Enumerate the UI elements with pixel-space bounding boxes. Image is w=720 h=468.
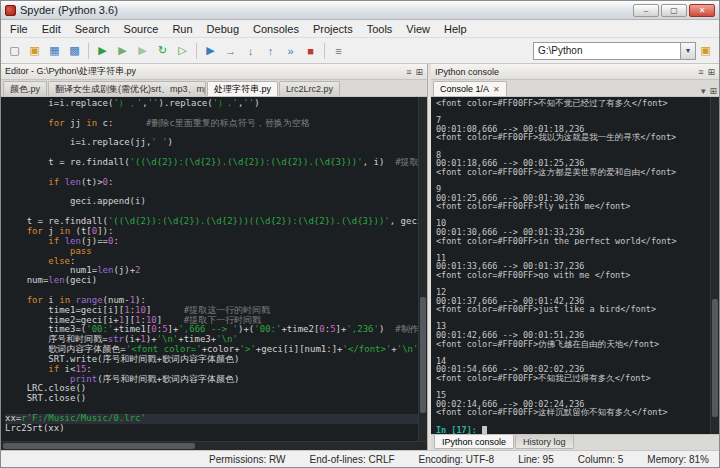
console-options-icon[interactable]: ≡ bbox=[698, 67, 703, 77]
toolbar-separator bbox=[88, 43, 89, 59]
code-area[interactable]: i=i.replace('），','').replace('）.','') fo… bbox=[1, 97, 418, 441]
pane-options-icon[interactable]: ≡ bbox=[406, 67, 411, 77]
step-over-icon[interactable]: → bbox=[221, 41, 240, 60]
menu-projects[interactable]: Projects bbox=[306, 21, 360, 37]
bottom-tab-ipython-console[interactable]: IPython console bbox=[434, 435, 514, 449]
combo-dropdown-icon[interactable]: ▾ bbox=[681, 42, 696, 60]
menu-debug[interactable]: Debug bbox=[200, 21, 246, 37]
editor-horizontal-scrollbar[interactable] bbox=[1, 441, 427, 450]
console-vscroll-thumb[interactable] bbox=[712, 299, 718, 417]
status-memory: Memory: 81% bbox=[647, 454, 709, 465]
menu-consoles[interactable]: Consoles bbox=[246, 21, 306, 37]
toolbar: ▢▣▦▩▶▶▶↻▷▶→↓↑»■≡ G:\Python ▾ ▣ bbox=[1, 38, 719, 64]
maximize-button[interactable]: ▢ bbox=[661, 4, 687, 17]
save-all-icon[interactable]: ▩ bbox=[65, 41, 84, 60]
console-pane-header[interactable]: IPython console ≡ ⊞ bbox=[431, 64, 719, 80]
toolbar-separator bbox=[196, 43, 197, 59]
preferences-icon[interactable]: ≡ bbox=[329, 41, 348, 60]
code-line[interactable]: for jj in c: #删除c里面重复的标点符号，替换为空格 bbox=[5, 119, 418, 129]
code-line[interactable]: t = re.findall('((\d{2}):(\d{2}).(\d{2})… bbox=[5, 158, 418, 168]
save-icon[interactable]: ▦ bbox=[45, 41, 64, 60]
editor-body: i=i.replace('），','').replace('）.','') fo… bbox=[1, 97, 427, 441]
menu-edit[interactable]: Edit bbox=[35, 21, 68, 37]
console-tab-bar-icons: ▾ ⊞ bbox=[701, 86, 717, 96]
menu-help[interactable]: Help bbox=[437, 21, 474, 37]
run-cell-icon[interactable]: ▶ bbox=[113, 41, 132, 60]
pane-undock-icon[interactable]: ⊞ bbox=[415, 67, 423, 77]
console-lyric-line: <font color=#FF00FF>仿佛飞越在自由的天地</font> bbox=[436, 340, 710, 349]
menu-search[interactable]: Search bbox=[68, 21, 117, 37]
menubar: FileEditSearchSourceRunDebugConsolesProj… bbox=[1, 20, 719, 38]
editor-tab[interactable]: Lrc2Lrc2.py bbox=[279, 81, 340, 96]
working-directory-value[interactable]: G:\Python bbox=[533, 42, 681, 60]
console-split-icon[interactable]: ⊞ bbox=[709, 86, 717, 96]
code-line[interactable]: geci.append(i) bbox=[5, 197, 418, 207]
open-file-icon[interactable]: ▣ bbox=[25, 41, 44, 60]
code-line[interactable]: i=i.replace('），','').replace('）.','') bbox=[5, 99, 418, 109]
console-output[interactable]: <font color=#FF00FF>不知不觉已经过了有多久</font> 7… bbox=[431, 97, 710, 434]
editor-pane-header[interactable]: Editor - G:\Python\处理字符串.py ≡ ⊞ bbox=[1, 64, 427, 80]
menu-run[interactable]: Run bbox=[165, 21, 199, 37]
rerun-icon[interactable]: ↻ bbox=[153, 41, 172, 60]
close-button[interactable]: ✕ bbox=[689, 4, 715, 17]
console-line bbox=[436, 417, 710, 426]
console-lyric-line: <font color=#FF00FF>这方都是美世界的爱和自由</font> bbox=[436, 168, 710, 177]
continue-icon[interactable]: » bbox=[281, 41, 300, 60]
step-return-icon[interactable]: ↑ bbox=[261, 41, 280, 60]
console-vertical-scrollbar[interactable] bbox=[710, 97, 719, 434]
titlebar[interactable]: Spyder (Python 3.6) –▢✕ bbox=[1, 1, 719, 20]
main-area: Editor - G:\Python\处理字符串.py ≡ ⊞ 颜色.py翻译女… bbox=[1, 64, 719, 450]
srt-timestamp: 00:02:14,666 --> 00:02:24,236 bbox=[436, 400, 710, 409]
code-line[interactable]: if len(t)>0: bbox=[5, 178, 418, 188]
console-lyric-line: <font color=#FF00FF>just like a bird</fo… bbox=[436, 305, 710, 314]
tab-close-icon[interactable]: ✕ bbox=[493, 85, 500, 94]
srt-index: 8 bbox=[436, 151, 710, 160]
srt-index: 13 bbox=[436, 322, 710, 331]
editor-vertical-scrollbar[interactable] bbox=[418, 97, 427, 441]
menu-view[interactable]: View bbox=[399, 21, 437, 37]
toolbar-icons: ▢▣▦▩▶▶▶↻▷▶→↓↑»■≡ bbox=[5, 41, 348, 60]
status-eol: End-of-lines: CRLF bbox=[310, 454, 395, 465]
console-line bbox=[436, 314, 710, 323]
debug-icon[interactable]: ▶ bbox=[201, 41, 220, 60]
console-line bbox=[436, 383, 710, 392]
srt-timestamp: 00:01:25,666 --> 00:01:30,236 bbox=[436, 194, 710, 203]
console-lyric-line: <font color=#FF00FF>in the perfect world… bbox=[436, 237, 710, 246]
menu-file[interactable]: File bbox=[3, 21, 35, 37]
console-tab-menu-icon[interactable]: ▾ bbox=[701, 86, 706, 96]
code-line[interactable]: xx=r'F:/Music/Music/0.lrc' bbox=[5, 414, 418, 424]
step-into-icon[interactable]: ↓ bbox=[241, 41, 260, 60]
minimize-button[interactable]: – bbox=[633, 4, 659, 17]
code-line[interactable]: Lrc2Srt(xx) bbox=[5, 424, 418, 434]
console-prompt-line[interactable]: In [17]: bbox=[436, 426, 710, 434]
console-line bbox=[436, 142, 710, 151]
editor-hscroll-thumb[interactable] bbox=[3, 443, 195, 449]
status-permissions: Permissions: RW bbox=[209, 454, 286, 465]
run-icon[interactable]: ▶ bbox=[93, 41, 112, 60]
srt-timestamp: 00:01:18,666 --> 00:01:25,236 bbox=[436, 159, 710, 168]
console-lyric-line: <font color=#FF00FF>这样沉默留你不知有多久</font> bbox=[436, 408, 710, 417]
code-line[interactable]: num=len(geci) bbox=[5, 276, 418, 286]
run-selection-icon[interactable]: ▷ bbox=[173, 41, 192, 60]
editor-tab[interactable]: 颜色.py bbox=[3, 81, 47, 96]
menu-source[interactable]: Source bbox=[117, 21, 166, 37]
run-cell-advance-icon[interactable]: ▶ bbox=[133, 41, 152, 60]
editor-tab[interactable]: 翻译女生成剧集(需优化)srt、mp3、mp4.py bbox=[48, 81, 206, 96]
code-line[interactable]: i=i.replace(jj,' ') bbox=[5, 138, 418, 148]
editor-vscroll-thumb[interactable] bbox=[420, 297, 426, 414]
console-pane-title: IPython console bbox=[435, 67, 499, 77]
code-line[interactable]: SRT.close() bbox=[5, 394, 418, 404]
menu-tools[interactable]: Tools bbox=[360, 21, 400, 37]
console-tab[interactable]: Console 1/A ✕ bbox=[433, 81, 507, 96]
editor-pane-header-icons: ≡ ⊞ bbox=[406, 67, 423, 77]
statusbar: Permissions: RW End-of-lines: CRLF Encod… bbox=[1, 450, 719, 467]
console-pane: IPython console ≡ ⊞ Console 1/A ✕ ▾ ⊞ <f… bbox=[431, 64, 719, 450]
console-undock-icon[interactable]: ⊞ bbox=[707, 67, 715, 77]
working-directory-combo[interactable]: G:\Python ▾ bbox=[533, 42, 696, 60]
bottom-tab-history-log[interactable]: History log bbox=[515, 435, 574, 449]
editor-tab-bar: 颜色.py翻译女生成剧集(需优化)srt、mp3、mp4.py处理字符串.pyL… bbox=[1, 80, 427, 97]
stop-icon[interactable]: ■ bbox=[301, 41, 320, 60]
new-file-icon[interactable]: ▢ bbox=[5, 41, 24, 60]
editor-tab[interactable]: 处理字符串.py bbox=[207, 81, 278, 96]
browse-working-directory-icon[interactable]: ▣ bbox=[696, 41, 715, 60]
